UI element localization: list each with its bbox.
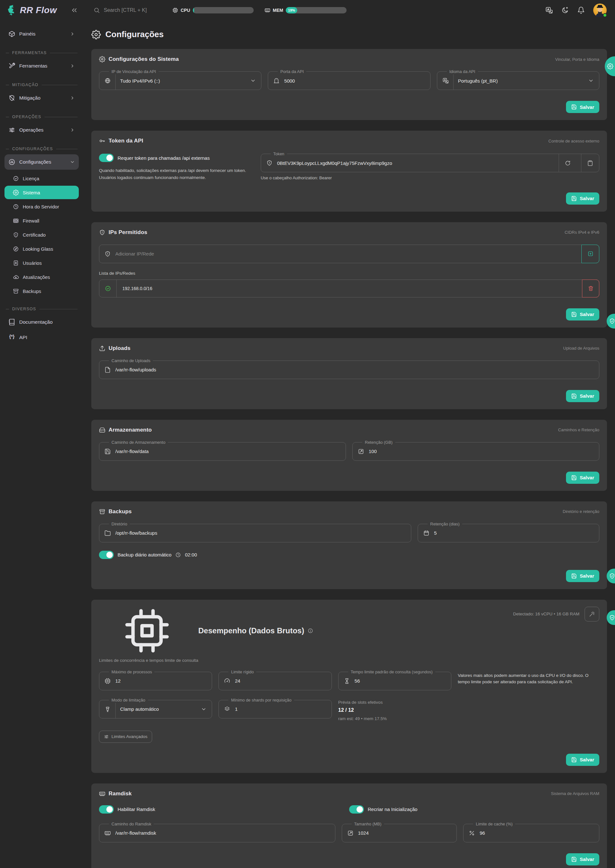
sidebar-item-looking-glass[interactable]: Looking Glass bbox=[5, 242, 79, 256]
card-footer: Salvar bbox=[99, 754, 599, 766]
cpu-fill bbox=[193, 7, 194, 14]
ramdisk-size-input[interactable] bbox=[358, 830, 452, 836]
cache-limit-input[interactable] bbox=[479, 830, 594, 836]
save-button[interactable]: Salvar bbox=[566, 309, 599, 321]
card-subtitle: Upload de Arquivos bbox=[563, 346, 599, 351]
advanced-limits-button[interactable]: Limites Avançados bbox=[99, 731, 152, 743]
save-button[interactable]: Salvar bbox=[566, 754, 599, 766]
backup-retention-input[interactable] bbox=[434, 530, 594, 536]
search-input[interactable] bbox=[104, 7, 161, 13]
ramdisk-path-input[interactable] bbox=[115, 830, 330, 836]
add-ip-field[interactable] bbox=[99, 245, 599, 263]
card-title: Ramdisk bbox=[109, 790, 132, 797]
ramdisk-size-field[interactable]: Tamanho (MB) bbox=[342, 824, 457, 842]
card-subtitle: Sistema de Arquivos RAM bbox=[551, 791, 599, 796]
query-timeout-input[interactable] bbox=[354, 678, 446, 684]
sidebar-collapse-icon[interactable] bbox=[70, 6, 78, 14]
add-ip-button[interactable] bbox=[581, 245, 599, 263]
card-header: Configurações do Sistema Vincular, Porta… bbox=[99, 56, 599, 62]
max-processes-field[interactable]: Máximo de processos bbox=[99, 672, 212, 690]
save-button[interactable]: Salvar bbox=[566, 101, 599, 113]
storage-path-field[interactable]: Caminho de Armazenamento bbox=[99, 442, 346, 461]
sidebar-item-mitigacao[interactable]: Mitigação bbox=[5, 90, 79, 106]
recreate-on-boot-toggle[interactable] bbox=[349, 805, 364, 813]
brand[interactable]: RR Flow bbox=[6, 4, 57, 16]
api-language-select[interactable]: Idioma da API Português (pt_BR) bbox=[437, 72, 599, 90]
field-label: Porta da API bbox=[278, 69, 306, 74]
require-token-toggle[interactable] bbox=[99, 154, 114, 162]
book-icon bbox=[8, 319, 16, 326]
card-header: Desempenho (Dados Brutos) Limites de con… bbox=[99, 607, 599, 663]
min-shards-field[interactable]: Mínimo de shards por requisição bbox=[219, 700, 331, 718]
save-button[interactable]: Salvar bbox=[566, 853, 599, 865]
api-bind-ip-select[interactable]: IP de Vinculação da API Tudo IPv4/IPv6 (… bbox=[99, 72, 261, 90]
token-field[interactable]: Token bbox=[261, 154, 599, 172]
save-button[interactable]: Salvar bbox=[566, 390, 599, 402]
mem-fill: 19% bbox=[286, 7, 297, 14]
regenerate-token-button[interactable] bbox=[559, 154, 576, 172]
global-search[interactable] bbox=[94, 7, 161, 14]
api-port-field[interactable]: Porta da API bbox=[268, 72, 430, 90]
min-shards-input[interactable] bbox=[235, 706, 326, 712]
max-processes-input[interactable] bbox=[115, 678, 207, 684]
auto-tune-button[interactable] bbox=[585, 607, 599, 622]
sidebar-item-configuracoes[interactable]: Configurações bbox=[5, 154, 79, 170]
storage-retention-input[interactable] bbox=[369, 449, 594, 454]
save-button[interactable]: Salvar bbox=[566, 570, 599, 582]
backup-retention-field[interactable]: Retenção (dias) bbox=[418, 524, 599, 542]
backup-dir-input[interactable] bbox=[115, 530, 406, 536]
cache-limit-field[interactable]: Limite de cache (%) bbox=[463, 824, 599, 842]
sidebar-item-certificado[interactable]: Certificado bbox=[5, 228, 79, 242]
sidebar-item-atualizacoes[interactable]: Atualizações bbox=[5, 270, 79, 284]
cpu-chip-icon bbox=[99, 607, 195, 655]
daily-backup-toggle[interactable] bbox=[99, 551, 114, 559]
field-label: Tamanho (MB) bbox=[352, 821, 384, 827]
hard-limit-field[interactable]: Limite rígido bbox=[219, 672, 331, 690]
save-label: Salvar bbox=[580, 475, 594, 480]
add-ip-input[interactable] bbox=[115, 251, 594, 256]
token-input[interactable] bbox=[277, 161, 554, 166]
query-timeout-field[interactable]: Tempo limite padrão de consulta (segundo… bbox=[338, 672, 451, 690]
limit-mode-select[interactable]: Modo de limitação Clamp automático bbox=[99, 700, 212, 718]
api-port-input[interactable] bbox=[284, 78, 425, 84]
delete-ip-button[interactable] bbox=[582, 279, 599, 298]
sidebar-item-hora-do-servidor[interactable]: Hora do Servidor bbox=[5, 200, 79, 213]
sidebar-item-licenca[interactable]: Licença bbox=[5, 171, 79, 185]
ramdisk-path-field[interactable]: Caminho do Ramdisk bbox=[99, 824, 336, 842]
copy-token-button[interactable] bbox=[581, 154, 599, 172]
sidebar-item-firewall[interactable]: Firewall bbox=[5, 214, 79, 228]
card-title: Desempenho (Dados Brutos) bbox=[198, 626, 304, 635]
field-label: Retenção (dias) bbox=[428, 521, 462, 527]
sidebar-item-label: Looking Glass bbox=[23, 246, 53, 252]
translate-icon[interactable] bbox=[545, 6, 553, 14]
sidebar-item-api[interactable]: {*} API bbox=[5, 330, 79, 345]
chevron-down-icon bbox=[588, 78, 594, 84]
sidebar-item-operacoes[interactable]: Operações bbox=[5, 122, 79, 138]
divider bbox=[115, 700, 116, 718]
sidebar-item-backups[interactable]: Backups bbox=[5, 284, 79, 298]
enable-ramdisk-toggle[interactable] bbox=[99, 805, 114, 813]
uploads-path-input[interactable] bbox=[115, 367, 594, 372]
save-label: Salvar bbox=[580, 196, 594, 201]
storage-retention-field[interactable]: Retenção (GB) bbox=[352, 442, 599, 461]
sidebar-section-configuracoes: CONFIGURAÇÕES bbox=[6, 146, 78, 151]
sidebar-item-sistema[interactable]: Sistema bbox=[5, 186, 79, 199]
avatar[interactable] bbox=[593, 3, 607, 17]
save-button[interactable]: Salvar bbox=[566, 472, 599, 484]
sidebar-item-usuarios[interactable]: Usuários bbox=[5, 256, 79, 270]
hard-limit-input[interactable] bbox=[235, 678, 326, 684]
moon-icon[interactable] bbox=[561, 6, 569, 14]
storage-path-input[interactable] bbox=[115, 449, 340, 454]
detected-hardware: Detectado: 16 vCPU • 16 GB RAM bbox=[513, 612, 579, 616]
bell-icon[interactable] bbox=[577, 6, 585, 14]
sidebar-item-paineis[interactable]: Painéis bbox=[5, 26, 79, 42]
sidebar-item-label: Certificado bbox=[23, 232, 46, 238]
sidebar-item-ferramentas[interactable]: Ferramentas bbox=[5, 58, 79, 74]
save-button[interactable]: Salvar bbox=[566, 192, 599, 204]
uploads-path-field[interactable]: Caminho de Uploads bbox=[99, 360, 599, 379]
sidebar-item-documentacao[interactable]: Documentação bbox=[5, 315, 79, 330]
token-description: Quando habilitado, solicitações externas… bbox=[99, 167, 251, 182]
info-icon[interactable] bbox=[308, 628, 313, 634]
card-ips-permitidos: IPs Permitidos CIDRs IPv4 e IPv6 Lista d… bbox=[91, 222, 607, 327]
backup-dir-field[interactable]: Diretório bbox=[99, 524, 411, 542]
